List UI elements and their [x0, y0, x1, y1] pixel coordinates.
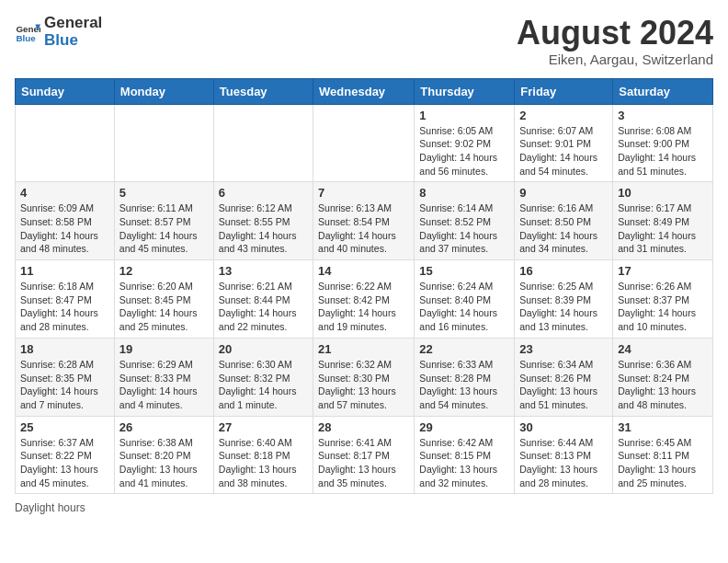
- day-info: Sunrise: 6:07 AM Sunset: 9:01 PM Dayligh…: [519, 124, 608, 178]
- day-info: Sunrise: 6:24 AM Sunset: 8:40 PM Dayligh…: [419, 280, 509, 334]
- day-number: 8: [419, 186, 509, 200]
- day-info: Sunrise: 6:36 AM Sunset: 8:24 PM Dayligh…: [618, 358, 708, 412]
- day-number: 11: [20, 264, 109, 278]
- day-cell: 19Sunrise: 6:29 AM Sunset: 8:33 PM Dayli…: [114, 338, 213, 416]
- day-info: Sunrise: 6:16 AM Sunset: 8:50 PM Dayligh…: [519, 201, 608, 256]
- day-number: 5: [119, 186, 209, 200]
- logo-blue: Blue: [44, 32, 102, 50]
- day-info: Sunrise: 6:32 AM Sunset: 8:30 PM Dayligh…: [318, 358, 409, 412]
- day-number: 24: [618, 342, 708, 356]
- logo: General Blue General Blue: [15, 15, 102, 49]
- day-info: Sunrise: 6:09 AM Sunset: 8:58 PM Dayligh…: [20, 201, 109, 256]
- day-info: Sunrise: 6:22 AM Sunset: 8:42 PM Dayligh…: [318, 280, 409, 334]
- day-cell: 2Sunrise: 6:07 AM Sunset: 9:01 PM Daylig…: [515, 104, 613, 182]
- header-cell-tuesday: Tuesday: [213, 78, 313, 104]
- day-info: Sunrise: 6:33 AM Sunset: 8:28 PM Dayligh…: [419, 358, 509, 412]
- header-cell-friday: Friday: [515, 78, 613, 104]
- day-info: Sunrise: 6:08 AM Sunset: 9:00 PM Dayligh…: [618, 124, 708, 178]
- day-number: 12: [119, 264, 209, 278]
- footer-note: Daylight hours: [15, 501, 713, 514]
- day-info: Sunrise: 6:37 AM Sunset: 8:22 PM Dayligh…: [20, 436, 109, 490]
- day-number: 31: [618, 420, 708, 434]
- day-number: 29: [419, 420, 509, 434]
- day-cell: 29Sunrise: 6:42 AM Sunset: 8:15 PM Dayli…: [415, 416, 515, 494]
- day-cell: 16Sunrise: 6:25 AM Sunset: 8:39 PM Dayli…: [515, 260, 613, 339]
- day-cell: [16, 104, 115, 182]
- day-cell: 31Sunrise: 6:45 AM Sunset: 8:11 PM Dayli…: [613, 416, 713, 494]
- day-cell: 4Sunrise: 6:09 AM Sunset: 8:58 PM Daylig…: [16, 182, 115, 260]
- day-info: Sunrise: 6:38 AM Sunset: 8:20 PM Dayligh…: [119, 436, 209, 490]
- week-row-4: 18Sunrise: 6:28 AM Sunset: 8:35 PM Dayli…: [16, 338, 713, 416]
- day-number: 25: [20, 420, 109, 434]
- day-number: 13: [219, 264, 308, 278]
- day-info: Sunrise: 6:12 AM Sunset: 8:55 PM Dayligh…: [219, 201, 308, 256]
- day-number: 4: [20, 186, 109, 200]
- day-number: 18: [20, 342, 109, 356]
- day-number: 9: [519, 186, 608, 200]
- day-cell: 24Sunrise: 6:36 AM Sunset: 8:24 PM Dayli…: [613, 338, 713, 416]
- day-cell: 3Sunrise: 6:08 AM Sunset: 9:00 PM Daylig…: [613, 104, 713, 182]
- week-row-3: 11Sunrise: 6:18 AM Sunset: 8:47 PM Dayli…: [16, 260, 713, 339]
- day-info: Sunrise: 6:25 AM Sunset: 8:39 PM Dayligh…: [519, 280, 608, 334]
- day-number: 7: [318, 186, 409, 200]
- calendar-table: SundayMondayTuesdayWednesdayThursdayFrid…: [15, 78, 713, 495]
- subtitle: Eiken, Aargau, Switzerland: [517, 52, 713, 67]
- day-cell: 25Sunrise: 6:37 AM Sunset: 8:22 PM Dayli…: [16, 416, 115, 494]
- day-cell: 27Sunrise: 6:40 AM Sunset: 8:18 PM Dayli…: [213, 416, 313, 494]
- day-cell: 26Sunrise: 6:38 AM Sunset: 8:20 PM Dayli…: [114, 416, 213, 494]
- logo-general: General: [44, 15, 102, 32]
- day-number: 3: [618, 109, 708, 122]
- day-number: 22: [419, 342, 509, 356]
- svg-text:Blue: Blue: [16, 32, 36, 42]
- day-cell: 5Sunrise: 6:11 AM Sunset: 8:57 PM Daylig…: [114, 182, 213, 260]
- day-info: Sunrise: 6:18 AM Sunset: 8:47 PM Dayligh…: [20, 280, 109, 334]
- day-number: 19: [119, 342, 209, 356]
- day-number: 14: [318, 264, 409, 278]
- day-cell: 1Sunrise: 6:05 AM Sunset: 9:02 PM Daylig…: [415, 104, 515, 182]
- day-cell: 12Sunrise: 6:20 AM Sunset: 8:45 PM Dayli…: [114, 260, 213, 339]
- header-cell-sunday: Sunday: [16, 78, 115, 104]
- day-cell: 11Sunrise: 6:18 AM Sunset: 8:47 PM Dayli…: [16, 260, 115, 339]
- day-cell: [114, 104, 213, 182]
- day-cell: 8Sunrise: 6:14 AM Sunset: 8:52 PM Daylig…: [415, 182, 515, 260]
- day-info: Sunrise: 6:45 AM Sunset: 8:11 PM Dayligh…: [618, 436, 708, 490]
- week-row-1: 1Sunrise: 6:05 AM Sunset: 9:02 PM Daylig…: [16, 104, 713, 182]
- day-info: Sunrise: 6:30 AM Sunset: 8:32 PM Dayligh…: [219, 358, 308, 412]
- main-title: August 2024: [517, 15, 713, 52]
- day-number: 16: [519, 264, 608, 278]
- day-info: Sunrise: 6:28 AM Sunset: 8:35 PM Dayligh…: [20, 358, 109, 412]
- day-info: Sunrise: 6:29 AM Sunset: 8:33 PM Dayligh…: [119, 358, 209, 412]
- day-info: Sunrise: 6:20 AM Sunset: 8:45 PM Dayligh…: [119, 280, 209, 334]
- header-cell-thursday: Thursday: [415, 78, 515, 104]
- day-info: Sunrise: 6:42 AM Sunset: 8:15 PM Dayligh…: [419, 436, 509, 490]
- day-cell: 23Sunrise: 6:34 AM Sunset: 8:26 PM Dayli…: [515, 338, 613, 416]
- title-area: August 2024 Eiken, Aargau, Switzerland: [517, 15, 713, 67]
- day-number: 2: [519, 109, 608, 122]
- day-info: Sunrise: 6:21 AM Sunset: 8:44 PM Dayligh…: [219, 280, 308, 334]
- day-cell: 17Sunrise: 6:26 AM Sunset: 8:37 PM Dayli…: [613, 260, 713, 339]
- week-row-5: 25Sunrise: 6:37 AM Sunset: 8:22 PM Dayli…: [16, 416, 713, 494]
- day-info: Sunrise: 6:14 AM Sunset: 8:52 PM Dayligh…: [419, 201, 509, 256]
- day-cell: 9Sunrise: 6:16 AM Sunset: 8:50 PM Daylig…: [515, 182, 613, 260]
- day-info: Sunrise: 6:40 AM Sunset: 8:18 PM Dayligh…: [219, 436, 308, 490]
- day-number: 30: [519, 420, 608, 434]
- day-info: Sunrise: 6:11 AM Sunset: 8:57 PM Dayligh…: [119, 201, 209, 256]
- day-number: 27: [219, 420, 308, 434]
- day-number: 23: [519, 342, 608, 356]
- day-info: Sunrise: 6:34 AM Sunset: 8:26 PM Dayligh…: [519, 358, 608, 412]
- day-cell: 15Sunrise: 6:24 AM Sunset: 8:40 PM Dayli…: [415, 260, 515, 339]
- day-info: Sunrise: 6:41 AM Sunset: 8:17 PM Dayligh…: [318, 436, 409, 490]
- header-cell-wednesday: Wednesday: [313, 78, 415, 104]
- day-cell: 14Sunrise: 6:22 AM Sunset: 8:42 PM Dayli…: [313, 260, 415, 339]
- day-cell: [313, 104, 415, 182]
- day-number: 21: [318, 342, 409, 356]
- day-cell: 10Sunrise: 6:17 AM Sunset: 8:49 PM Dayli…: [613, 182, 713, 260]
- header: General Blue General Blue August 2024 Ei…: [15, 15, 713, 67]
- day-info: Sunrise: 6:17 AM Sunset: 8:49 PM Dayligh…: [618, 201, 708, 256]
- day-number: 15: [419, 264, 509, 278]
- day-info: Sunrise: 6:05 AM Sunset: 9:02 PM Dayligh…: [419, 124, 509, 178]
- day-cell: 30Sunrise: 6:44 AM Sunset: 8:13 PM Dayli…: [515, 416, 613, 494]
- week-row-2: 4Sunrise: 6:09 AM Sunset: 8:58 PM Daylig…: [16, 182, 713, 260]
- day-number: 10: [618, 186, 708, 200]
- day-number: 26: [119, 420, 209, 434]
